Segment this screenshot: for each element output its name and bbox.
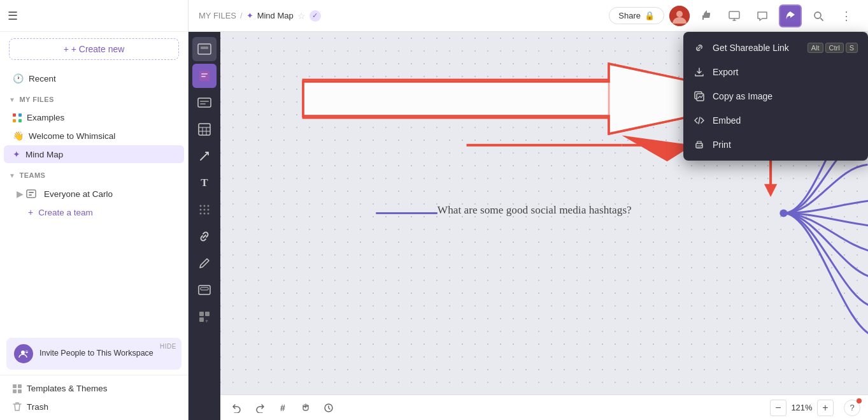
lock-icon: 🔒	[644, 11, 655, 20]
more-options-button[interactable]: ⋮	[835, 4, 858, 27]
svg-rect-0	[13, 113, 16, 117]
get-shareable-link-label: Get Shareable Link	[713, 43, 800, 53]
redo-button[interactable]	[251, 399, 269, 417]
svg-rect-29	[200, 103, 206, 105]
everyone-label: Everyone at Carlo	[44, 189, 113, 199]
main-area: MY FILES / ✦ Mind Map ☆ ✓ Share 🔒	[189, 0, 868, 420]
svg-point-35	[200, 205, 202, 207]
toolbar-pen[interactable]	[192, 251, 217, 275]
teams-label: TEAMS	[19, 171, 45, 179]
help-button[interactable]: ?	[844, 400, 860, 416]
zoom-out-button[interactable]: −	[770, 400, 786, 416]
copy-image-icon	[694, 91, 705, 102]
svg-point-38	[200, 209, 202, 211]
examples-icon	[13, 113, 22, 122]
svg-rect-10	[13, 384, 17, 388]
toolbar-dots-grid[interactable]	[192, 198, 217, 222]
toolbar-card[interactable]	[192, 91, 217, 115]
shortcut-group: Alt Ctrl S	[808, 43, 858, 53]
toolbar-sticky-note[interactable]	[192, 64, 217, 88]
dropdown-item-export[interactable]: Export	[683, 60, 868, 84]
share-button[interactable]: Share 🔒	[609, 7, 664, 24]
topbar: MY FILES / ✦ Mind Map ☆ ✓ Share 🔒	[189, 0, 868, 32]
sidebar-item-mindmap[interactable]: ✦ Mind Map	[4, 145, 184, 163]
svg-rect-4	[27, 190, 36, 198]
examples-label: Examples	[27, 113, 64, 122]
invite-text: Invite People to This Workspace	[39, 348, 153, 359]
link-icon	[694, 42, 705, 54]
svg-text:+: +	[25, 349, 28, 354]
trash-icon	[13, 402, 22, 412]
teams-section-label[interactable]: ▼ TEAMS	[0, 166, 188, 182]
svg-rect-45	[201, 287, 208, 290]
comment-button[interactable]	[751, 4, 774, 27]
toolbar-text[interactable]: T	[192, 171, 217, 195]
hand-tool-button[interactable]	[297, 399, 315, 417]
history-button[interactable]	[320, 399, 338, 417]
breadcrumb-separator: /	[240, 11, 243, 20]
my-files-arrow: ▼	[9, 96, 15, 103]
toolbar-frame2[interactable]	[192, 278, 217, 302]
sidebar-item-welcome[interactable]: 👋 Welcome to Whimsical	[4, 127, 184, 145]
svg-rect-23	[201, 47, 208, 49]
export-icon	[694, 66, 705, 78]
invite-banner[interactable]: + Invite People to This Workspace HIDE	[6, 338, 181, 370]
svg-marker-52	[764, 184, 777, 197]
share-dropdown-button[interactable]	[779, 4, 802, 27]
sidebar-item-everyone[interactable]: ▶ Everyone at Carlo	[4, 185, 184, 203]
my-files-section-label[interactable]: ▼ MY FILES	[0, 91, 188, 106]
invite-icon: +	[14, 344, 33, 363]
svg-point-40	[208, 209, 210, 211]
breadcrumb-root[interactable]: MY FILES	[199, 11, 236, 20]
sidebar-item-recent[interactable]: 🕐 Recent	[4, 69, 184, 87]
svg-rect-5	[29, 192, 34, 193]
left-toolbar: T	[189, 32, 220, 420]
trash-label: Trash	[27, 402, 48, 412]
sidebar-item-trash[interactable]: Trash	[4, 398, 184, 416]
dropdown-item-get-shareable-link[interactable]: Get Shareable Link Alt Ctrl S	[683, 36, 868, 60]
create-new-label: + Create new	[71, 44, 125, 54]
favorite-icon[interactable]: ☆	[297, 11, 306, 21]
svg-point-7	[21, 351, 25, 354]
dropdown-item-embed[interactable]: Embed	[683, 108, 868, 133]
hash-button[interactable]: #	[274, 399, 292, 417]
embed-label: Embed	[713, 115, 858, 126]
dropdown-item-print[interactable]: Print	[683, 133, 868, 157]
toolbar-table[interactable]	[192, 117, 217, 141]
export-label: Export	[713, 67, 858, 77]
hamburger-icon[interactable]: ☰	[8, 9, 18, 23]
current-doc-name: Mind Map	[257, 11, 294, 20]
svg-rect-46	[199, 312, 204, 316]
print-icon	[694, 139, 705, 150]
toolbar-frame-tool[interactable]	[192, 37, 217, 61]
plus-team-icon: +	[28, 207, 33, 217]
svg-point-17	[815, 12, 821, 18]
toolbar-arrow[interactable]	[192, 144, 217, 168]
sidebar-item-examples[interactable]: Examples	[4, 109, 184, 126]
svg-rect-27	[198, 98, 211, 107]
sidebar-item-templates[interactable]: Templates & Themes	[4, 380, 184, 397]
like-button[interactable]	[695, 4, 718, 27]
dropdown-item-copy-as-image[interactable]: Copy as Image	[683, 84, 868, 108]
user-avatar[interactable]	[669, 6, 690, 26]
svg-rect-6	[29, 194, 32, 196]
svg-rect-1	[18, 113, 22, 117]
sidebar-item-create-team[interactable]: + Create a team	[4, 203, 184, 221]
bottom-bar: # − 121% + ?	[220, 395, 868, 420]
svg-point-21	[701, 145, 702, 146]
undo-button[interactable]	[228, 399, 246, 417]
toolbar-stickers[interactable]: +	[192, 305, 217, 329]
hide-button[interactable]: HIDE	[160, 343, 176, 350]
zoom-in-button[interactable]: +	[817, 400, 834, 416]
search-button[interactable]	[807, 4, 830, 27]
topbar-actions: Share 🔒	[609, 4, 858, 27]
toolbar-link[interactable]	[192, 224, 217, 249]
teams-arrow: ▼	[9, 172, 15, 179]
recent-label: Recent	[29, 74, 56, 83]
create-new-button[interactable]: + + Create new	[9, 38, 179, 60]
my-files-label: MY FILES	[19, 96, 54, 103]
templates-icon	[13, 384, 22, 393]
sidebar-footer: Templates & Themes Trash	[0, 375, 188, 420]
svg-point-41	[200, 213, 202, 215]
present-button[interactable]	[723, 4, 746, 27]
